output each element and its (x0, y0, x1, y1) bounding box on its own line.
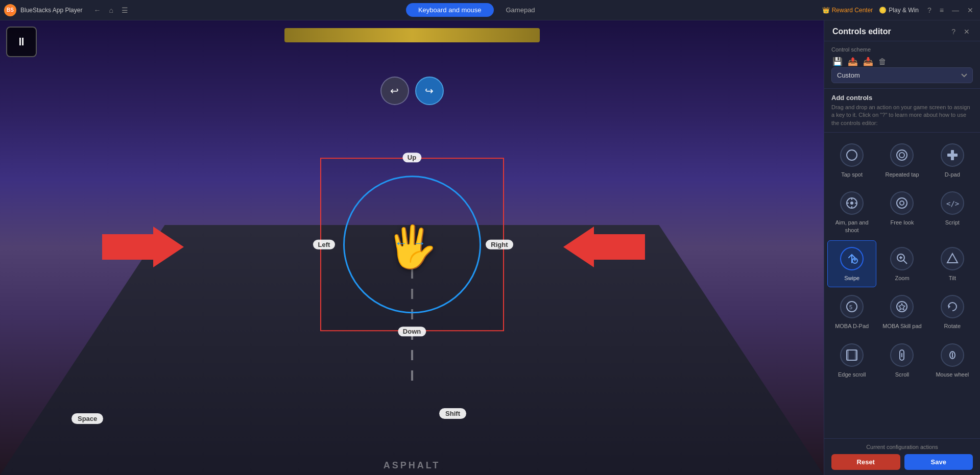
control-item-repeated-tap[interactable]: Repeated tap (877, 137, 926, 184)
mouse-wheel-icon (941, 343, 964, 367)
controls-editor-panel: Controls editor ? ✕ Control scheme 💾 📤 📥… (824, 20, 980, 475)
svg-text:5: 5 (849, 304, 852, 310)
nav-circle-left[interactable]: ↩ (380, 77, 409, 105)
svg-point-12 (850, 202, 853, 205)
control-item-edge-scroll[interactable]: Edge scroll (827, 337, 876, 384)
zoom-label: Zoom (895, 274, 909, 282)
footer-title: Current configuration actions (831, 444, 973, 450)
svg-point-2 (847, 150, 857, 160)
svg-point-3 (897, 150, 907, 160)
control-item-moba-d-pad[interactable]: 5MOBA D-Pad (827, 288, 876, 335)
svg-rect-6 (947, 154, 958, 157)
top-bar-decoration (284, 28, 540, 42)
control-item-zoom[interactable]: Zoom (877, 240, 926, 287)
svg-marker-21 (947, 254, 958, 263)
panel-title: Controls editor (832, 27, 891, 36)
game-watermark: ASPHALT (384, 460, 441, 471)
control-item-rotate[interactable]: Rotate (928, 288, 977, 335)
close-button[interactable]: ✕ (965, 5, 976, 15)
tap-spot-icon (840, 143, 864, 167)
svg-rect-29 (855, 350, 857, 360)
swipe-down-label: Down (398, 327, 426, 336)
swipe-left-label: Left (313, 239, 336, 249)
scroll-icon (890, 343, 914, 367)
shift-key-badge[interactable]: Shift (439, 408, 466, 419)
title-bar-right: 👑 Reward Center 🪙 Play & Win ? ≡ — ✕ (822, 5, 976, 15)
rotate-label: Rotate (944, 322, 961, 330)
d-pad-label: D-pad (945, 171, 960, 178)
swipe-control-overlay[interactable]: ← → 🖐 Up Down Left Right (320, 158, 504, 331)
add-controls-description: Drag and drop an action on your game scr… (831, 104, 973, 127)
tilt-icon (941, 247, 964, 270)
space-key-badge[interactable]: Space (71, 413, 103, 424)
pause-button[interactable]: ⏸ (6, 27, 37, 57)
nav-circle-right[interactable]: ↪ (415, 77, 444, 105)
svg-line-18 (903, 260, 907, 264)
swipe-label: Swipe (844, 274, 859, 282)
reset-button[interactable]: Reset (831, 454, 900, 470)
game-viewport: ⏸ ↩ ↪ Space Shift (0, 20, 824, 475)
play-win-button[interactable]: 🪙 Play & Win (879, 7, 919, 14)
tilt-label: Tilt (949, 274, 956, 282)
scroll-label: Scroll (895, 371, 910, 378)
title-bar: BS BlueStacks App Player ← ⌂ ☰ Keyboard … (0, 0, 980, 20)
svg-marker-25 (899, 304, 905, 310)
arrow-left-icon: ← (394, 235, 408, 251)
save-button[interactable]: Save (904, 454, 973, 470)
control-item-scroll[interactable]: Scroll (877, 337, 926, 384)
panel-footer: Current configuration actions Reset Save (824, 438, 980, 475)
control-item-swipe[interactable]: Swipe (827, 240, 876, 287)
swipe-right-label: Right (486, 239, 513, 249)
swipe-up-label: Up (402, 153, 421, 162)
aim-pan-shoot-label: Aim, pan and shoot (831, 219, 873, 234)
control-item-d-pad[interactable]: D-pad (928, 137, 977, 184)
back-button[interactable]: ← (90, 4, 104, 16)
reward-center-button[interactable]: 👑 Reward Center (822, 7, 873, 14)
edge-scroll-label: Edge scroll (838, 371, 866, 378)
panel-close-button[interactable]: ✕ (962, 27, 972, 37)
moba-d-pad-icon: 5 (840, 295, 864, 318)
help-button[interactable]: ? (925, 5, 934, 15)
edge-scroll-icon (840, 343, 864, 367)
window-controls: ? ≡ — ✕ (925, 5, 976, 15)
main-tabs: Keyboard and mouse Gamepad (135, 3, 818, 17)
save-scheme-button[interactable]: 💾 (831, 56, 844, 67)
tap-spot-label: Tap spot (841, 171, 863, 178)
rotate-icon (941, 295, 964, 318)
control-item-mouse-wheel[interactable]: Mouse wheel (928, 337, 977, 384)
control-item-moba-skill-pad[interactable]: MOBA Skill pad (877, 288, 926, 335)
pause-icon: ⏸ (16, 35, 27, 48)
more-button[interactable]: ≡ (937, 5, 946, 15)
control-item-script[interactable]: </>Script (928, 185, 977, 239)
moba-d-pad-label: MOBA D-Pad (835, 322, 869, 330)
import-scheme-button[interactable]: 📥 (862, 56, 874, 67)
control-item-free-look[interactable]: Free look (877, 185, 926, 239)
panel-help-button[interactable]: ? (949, 27, 958, 37)
control-scheme-section: Control scheme 💾 📤 📥 🗑 Custom (824, 41, 980, 89)
svg-point-4 (899, 153, 904, 158)
panel-header-icons: ? ✕ (949, 27, 972, 37)
panel-header: Controls editor ? ✕ (824, 20, 980, 41)
tab-gamepad[interactable]: Gamepad (494, 3, 547, 17)
home-button[interactable]: ⌂ (106, 4, 116, 16)
multi-window-button[interactable]: ☰ (118, 4, 131, 16)
aim-pan-shoot-icon (840, 191, 864, 215)
controls-grid: Tap spotRepeated tapD-padAim, pan and sh… (824, 133, 980, 438)
script-label: Script (945, 219, 960, 226)
free-look-label: Free look (891, 219, 914, 226)
scheme-select[interactable]: Custom (831, 67, 973, 83)
d-pad-icon (941, 143, 964, 167)
delete-scheme-button[interactable]: 🗑 (877, 56, 888, 67)
tab-keyboard-mouse[interactable]: Keyboard and mouse (406, 3, 494, 17)
control-item-tilt[interactable]: Tilt (928, 240, 977, 287)
control-item-aim-pan-shoot[interactable]: Aim, pan and shoot (827, 185, 876, 239)
swipe-icon (840, 247, 864, 270)
main-area: ⏸ ↩ ↪ Space Shift (0, 20, 980, 475)
export-scheme-button[interactable]: 📤 (847, 56, 859, 67)
app-name: BlueStacks App Player (20, 7, 82, 14)
control-item-tap-spot[interactable]: Tap spot (827, 137, 876, 184)
repeated-tap-icon (890, 143, 914, 167)
repeated-tap-label: Repeated tap (885, 171, 919, 178)
swipe-circle: ← → 🖐 (343, 176, 481, 313)
minimize-button[interactable]: — (949, 5, 962, 15)
